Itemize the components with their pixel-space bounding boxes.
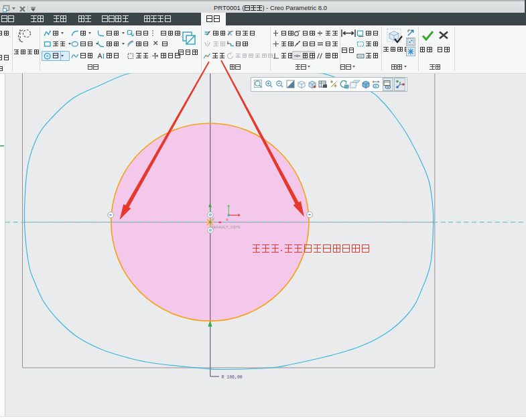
svg-text:R 106,00: R 106,00	[222, 375, 243, 380]
svg-text:X: X	[226, 218, 228, 222]
svg-text:DEFAULT_CSYS: DEFAULT_CSYS	[212, 225, 241, 230]
